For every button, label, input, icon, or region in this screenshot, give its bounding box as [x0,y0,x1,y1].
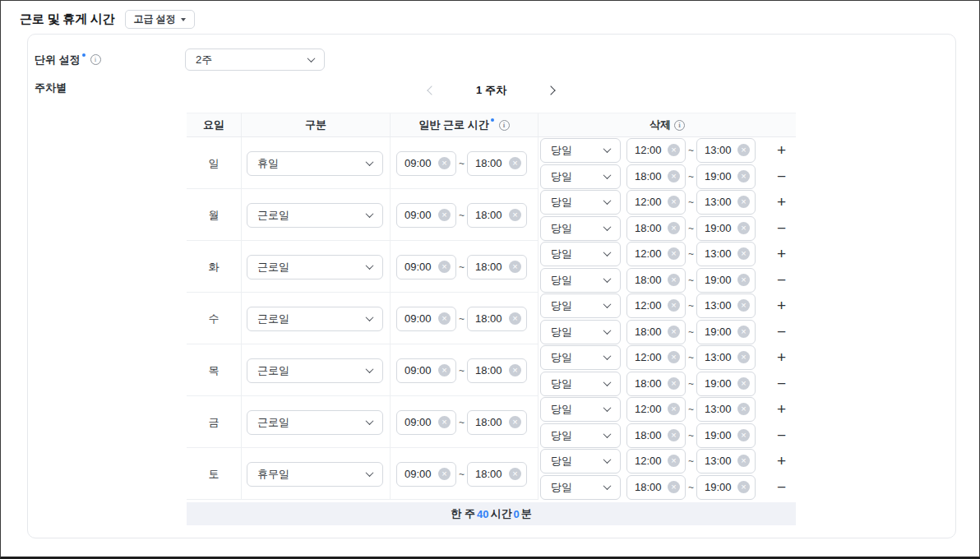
clear-icon[interactable] [668,351,680,363]
clear-icon[interactable] [737,299,750,312]
add-break-button[interactable]: + [777,401,786,417]
clear-icon[interactable] [668,196,680,208]
break-day-select[interactable]: 당일 [540,320,621,344]
clear-icon[interactable] [668,326,680,338]
clear-icon[interactable] [509,364,521,377]
clear-icon[interactable] [737,170,750,182]
clear-icon[interactable] [737,247,750,260]
add-break-button[interactable]: + [777,298,786,313]
clear-icon[interactable] [668,170,680,182]
clear-icon[interactable] [509,157,521,169]
break-end-input[interactable]: 13:00 [696,138,756,163]
clear-icon[interactable] [509,416,521,428]
day-type-select[interactable]: 근로일 [247,203,383,228]
clear-icon[interactable] [737,351,750,363]
clear-icon[interactable] [737,326,750,338]
add-break-button[interactable]: + [777,246,786,261]
clear-icon[interactable] [509,261,521,273]
break-day-select[interactable]: 당일 [540,242,621,266]
clear-icon[interactable] [737,144,750,156]
break-day-select[interactable]: 당일 [540,293,621,318]
remove-break-button[interactable]: − [777,220,786,236]
add-break-button[interactable]: + [777,194,786,210]
break-day-select[interactable]: 당일 [540,345,621,370]
work-start-input[interactable]: 09:00 [396,410,456,435]
break-start-input[interactable]: 12:00 [626,397,686,422]
chevron-right-icon[interactable] [546,85,555,95]
add-break-button[interactable]: + [777,142,786,158]
unit-select[interactable]: 2주 [185,49,325,71]
clear-icon[interactable] [668,403,680,415]
advanced-settings-button[interactable]: 고급 설정 [125,10,195,29]
day-type-select[interactable]: 휴무일 [247,462,383,487]
break-day-select[interactable]: 당일 [540,190,621,215]
work-start-input[interactable]: 09:00 [396,358,456,383]
clear-icon[interactable] [737,274,750,286]
clear-icon[interactable] [438,261,451,273]
work-start-input[interactable]: 09:00 [396,151,456,176]
clear-icon[interactable] [668,429,680,441]
info-icon[interactable] [674,120,685,131]
clear-icon[interactable] [737,481,750,493]
clear-icon[interactable] [737,222,750,234]
clear-icon[interactable] [668,377,680,390]
break-end-input[interactable]: 19:00 [696,268,756,293]
info-icon[interactable] [90,54,101,65]
break-start-input[interactable]: 18:00 [626,372,686,396]
break-day-select[interactable]: 당일 [540,164,621,189]
clear-icon[interactable] [737,455,750,467]
clear-icon[interactable] [737,196,750,208]
clear-icon[interactable] [737,403,750,415]
chevron-left-icon[interactable] [427,85,436,95]
clear-icon[interactable] [438,416,451,428]
add-break-button[interactable]: + [777,349,786,365]
day-type-select[interactable]: 근로일 [247,410,383,435]
break-start-input[interactable]: 12:00 [626,449,686,474]
work-start-input[interactable]: 09:00 [396,462,456,487]
break-end-input[interactable]: 19:00 [696,320,756,344]
work-end-input[interactable]: 18:00 [467,307,527,331]
clear-icon[interactable] [438,312,451,325]
break-end-input[interactable]: 13:00 [696,190,756,215]
break-start-input[interactable]: 12:00 [626,190,686,215]
break-day-select[interactable]: 당일 [540,372,621,396]
work-start-input[interactable]: 09:00 [396,307,456,331]
break-day-select[interactable]: 당일 [540,268,621,293]
clear-icon[interactable] [668,222,680,234]
remove-break-button[interactable]: − [777,272,786,288]
work-end-input[interactable]: 18:00 [467,410,527,435]
break-day-select[interactable]: 당일 [540,216,621,241]
day-type-select[interactable]: 근로일 [247,307,383,331]
day-type-select[interactable]: 근로일 [247,358,383,383]
clear-icon[interactable] [668,455,680,467]
break-end-input[interactable]: 19:00 [696,423,756,448]
break-end-input[interactable]: 19:00 [696,216,756,241]
break-end-input[interactable]: 19:00 [696,372,756,396]
work-end-input[interactable]: 18:00 [467,203,527,228]
work-end-input[interactable]: 18:00 [467,255,527,280]
work-start-input[interactable]: 09:00 [396,255,456,280]
clear-icon[interactable] [438,209,451,221]
break-end-input[interactable]: 19:00 [696,164,756,189]
clear-icon[interactable] [668,144,680,156]
break-day-select[interactable]: 당일 [540,475,621,500]
break-end-input[interactable]: 13:00 [696,345,756,370]
work-end-input[interactable]: 18:00 [467,358,527,383]
break-day-select[interactable]: 당일 [540,423,621,448]
clear-icon[interactable] [668,274,680,286]
remove-break-button[interactable]: − [777,427,786,443]
break-start-input[interactable]: 18:00 [626,423,686,448]
break-start-input[interactable]: 18:00 [626,475,686,500]
remove-break-button[interactable]: − [777,324,786,340]
break-end-input[interactable]: 13:00 [696,242,756,266]
remove-break-button[interactable]: − [777,479,786,495]
break-day-select[interactable]: 당일 [540,397,621,422]
clear-icon[interactable] [509,468,521,480]
clear-icon[interactable] [737,377,750,390]
clear-icon[interactable] [509,312,521,325]
break-start-input[interactable]: 18:00 [626,164,686,189]
break-start-input[interactable]: 12:00 [626,242,686,266]
break-end-input[interactable]: 19:00 [696,475,756,500]
break-start-input[interactable]: 18:00 [626,268,686,293]
add-break-button[interactable]: + [777,453,786,469]
